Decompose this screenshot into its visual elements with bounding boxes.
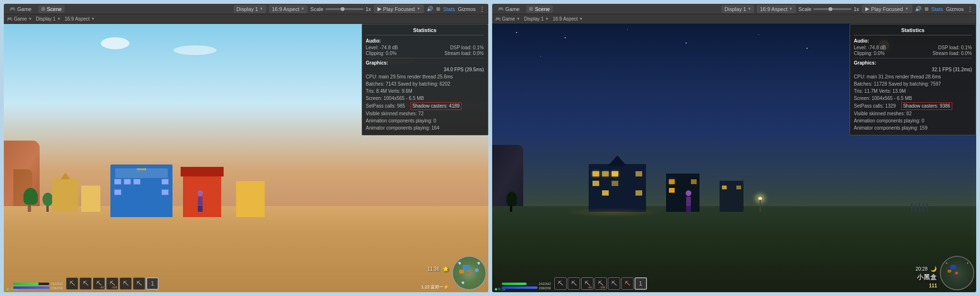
tree-left-day xyxy=(23,188,35,212)
stats-screen-left: Screen: 1004x565 - 6.5 MB xyxy=(366,95,484,102)
aspect-arrow-left: ▼ xyxy=(301,7,304,11)
currency-left: 1.22 蓝郊一⚡ xyxy=(421,284,449,290)
building-1-day xyxy=(52,178,78,212)
hotbar-slot-2-right[interactable]: ⛏ xyxy=(568,277,580,290)
hotbar-slot-5-left[interactable]: ⛏ xyxy=(119,277,132,290)
stats-animator-right: Animator components playing: 159 xyxy=(854,125,972,132)
left-toolbar: 🎮 Game ⊞ Scene Display 1 ▼ 16:9 Aspect ▼… xyxy=(4,4,488,14)
building-2-day xyxy=(81,186,100,212)
left-toolbar-controls: Display 1 ▼ 16:9 Aspect ▼ Scale 1x ▶ Pla… xyxy=(234,5,485,13)
play-icon-right: ▶ xyxy=(865,6,869,12)
hotbar-slot-active-right[interactable]: 1 xyxy=(635,277,647,290)
display-label-left: Display 1 xyxy=(237,6,258,12)
hotbar-slot-5-right[interactable]: ⛏ xyxy=(608,277,620,290)
stats-level-row-left: Level: -74.8 dB DSP load: 0.1% xyxy=(366,45,484,50)
display-dropdown-right[interactable]: Display 1 ▼ xyxy=(722,5,754,13)
sub-display-left[interactable]: Display 1 ▼ xyxy=(36,16,61,22)
aspect-dropdown-right[interactable]: 16:9 Aspect ▼ xyxy=(757,5,795,13)
stats-shadow-left: Shadow casters: 4189 xyxy=(410,102,462,110)
hotbar-slot-6-left[interactable]: ⛏ xyxy=(133,277,145,290)
more-btn-right[interactable]: ⋮ xyxy=(967,5,973,13)
stats-btn-right[interactable]: Stats xyxy=(931,6,943,12)
hotbar-slot-4-right[interactable]: ⛏ -108 xyxy=(594,277,607,290)
game-tab-label-left: Game xyxy=(17,6,32,12)
star-5 xyxy=(758,34,759,35)
stats-clipping-row-left: Clipping: 0.0% Stream load: 0.0% xyxy=(366,51,484,56)
currency-right: 111 xyxy=(929,283,937,288)
mana-text-right: 208/208 xyxy=(539,286,551,290)
hotbar-slot-3-right[interactable]: ⛏ -99 xyxy=(581,277,593,290)
tab-game-right[interactable]: 🎮 Game xyxy=(495,5,523,13)
star-6 xyxy=(807,48,808,49)
star-1 xyxy=(516,32,517,33)
watermark-right: 小黑盒 xyxy=(917,273,937,282)
sub-game-icon-left: 🎮 xyxy=(7,16,12,22)
mana-track-right xyxy=(502,286,538,289)
sub-game-arrow-left: ▼ xyxy=(28,17,32,21)
sub-game-right[interactable]: 🎮 Game ▼ xyxy=(495,16,520,22)
more-btn-left[interactable]: ⋮ xyxy=(479,5,485,13)
tab-scene-left[interactable]: ⊞ Scene xyxy=(38,5,65,13)
game-icon-right: 🎮 xyxy=(498,6,504,11)
play-icon-left: ▶ xyxy=(377,6,381,12)
play-focused-btn-right[interactable]: ▶ Play Focused ▼ xyxy=(862,5,912,13)
tab-scene-right[interactable]: ⊞ Scene xyxy=(526,5,552,13)
yellow-building-day xyxy=(236,181,265,217)
gizmos-btn-left[interactable]: Gizmos xyxy=(458,6,475,12)
audio-icon-right[interactable]: 🔊 xyxy=(915,6,922,12)
gizmos-btn-right[interactable]: Gizmos xyxy=(946,6,964,12)
stats-cpu-left: CPU: main 29.5ms render thread 25.6ms xyxy=(366,74,484,80)
stats-fps-right: 32.1 FPS (31.2ms) xyxy=(854,67,972,72)
sub-aspect-right[interactable]: 16:9 Aspect ▼ xyxy=(553,16,583,22)
scale-slider-right[interactable] xyxy=(813,8,851,10)
stats-clipping-left: Clipping: 0.0% xyxy=(366,51,397,56)
stats-shadow-right: Shadow casters: 9386 xyxy=(901,102,952,110)
grid-icon-right[interactable]: ⊞ xyxy=(925,6,928,11)
left-content: nood xyxy=(4,24,488,292)
sub-display-label-left: Display 1 xyxy=(36,16,55,22)
display-arrow-right: ▼ xyxy=(748,7,752,11)
sub-display-right[interactable]: Display 1 ▼ xyxy=(524,16,549,22)
aspect-dropdown-left[interactable]: 16:9 Aspect ▼ xyxy=(269,5,307,13)
hotbar-slot-3-left[interactable]: ⛏ -99 xyxy=(93,277,105,290)
mana-track-left xyxy=(13,286,49,289)
character-day xyxy=(197,190,203,212)
right-toolbar-tabs: 🎮 Game ⊞ Scene xyxy=(495,5,717,13)
star-4 xyxy=(686,43,687,44)
display-arrow-left: ▼ xyxy=(259,7,263,11)
character-night xyxy=(686,190,691,212)
hotbar-slot-1-left[interactable]: ⛏ xyxy=(66,277,78,290)
tab-game-left[interactable]: 🎮 Game xyxy=(7,5,34,13)
hotbar-slot-2-left[interactable]: ⛏ xyxy=(79,277,92,290)
stats-btn-left[interactable]: Stats xyxy=(443,6,455,12)
sub-aspect-arrow-left: ▼ xyxy=(91,17,95,21)
stats-fps-left: 34.0 FPS (29.5ms) xyxy=(366,67,484,72)
stats-stream-left: Stream load: 0.0% xyxy=(444,51,484,56)
stats-skinned-right: Visible skinned meshes: 82 xyxy=(854,110,972,117)
play-arrow-left: ▼ xyxy=(417,7,420,11)
day-scene: nood xyxy=(4,24,488,292)
stats-setpass-left: SetPass calls: 985 xyxy=(366,103,405,109)
hotbar-slot-active-left[interactable]: 1 xyxy=(146,277,159,290)
stats-setpass-row-right: SetPass calls: 1329 Shadow casters: 9386 xyxy=(854,102,972,110)
hotbar-slot-1-right[interactable]: ⛏ xyxy=(554,277,567,290)
display-dropdown-left[interactable]: Display 1 ▼ xyxy=(234,5,266,13)
grid-icon-left[interactable]: ⊞ xyxy=(436,6,440,11)
sub-game-left[interactable]: 🎮 Game ▼ xyxy=(7,16,32,22)
stats-panel-left: Statistics Audio: Level: -74.8 dB DSP lo… xyxy=(362,24,488,135)
hotbar-slot-6-right[interactable]: ⛏ xyxy=(621,277,634,290)
sub-game-label-right: Game xyxy=(502,16,515,22)
hotbar-slot-4-left[interactable]: ⛏ -108 xyxy=(106,277,118,290)
stats-animation-right: Animation components playing: 0 xyxy=(854,118,972,124)
stats-audio-title-left: Audio: xyxy=(366,38,484,44)
health-text-right: 242/342 xyxy=(539,282,551,285)
stats-setpass-row-left: SetPass calls: 985 Shadow casters: 4189 xyxy=(366,102,484,110)
sub-aspect-left[interactable]: 16:9 Aspect ▼ xyxy=(65,16,95,22)
scale-slider-left[interactable] xyxy=(325,8,364,10)
stats-tris-right: Tris: 11.7M Verts: 13.9M xyxy=(854,88,972,95)
sub-game-icon-right: 🎮 xyxy=(495,16,501,22)
play-focused-btn-left[interactable]: ▶ Play Focused ▼ xyxy=(374,5,424,13)
stats-dsp-right: DSP load: 0.1% xyxy=(938,45,972,50)
audio-icon-left[interactable]: 🔊 xyxy=(427,6,433,12)
stats-skinned-left: Visible skinned meshes: 72 xyxy=(366,110,484,117)
